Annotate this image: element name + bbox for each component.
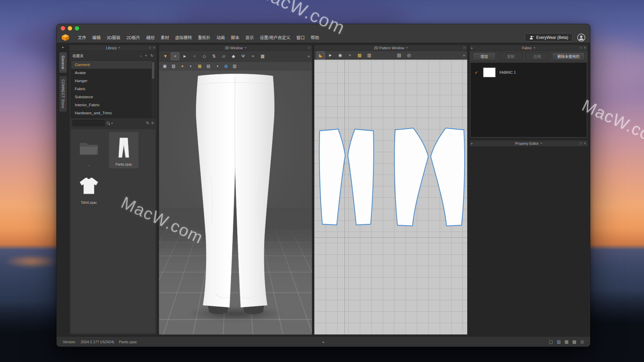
layout-target-icon[interactable]: ◎ [580,339,584,344]
refresh-icon[interactable]: ↻ [150,53,154,58]
menu-item-sewing[interactable]: 缝纫 [143,34,158,41]
sidebar-item-fabric[interactable]: Fabric [71,85,155,93]
asset-folder-icon[interactable]: ▩ [196,63,204,69]
lasso-select-tool-icon[interactable]: ○ [190,52,199,60]
menu-item-edit[interactable]: 编辑 [89,34,104,41]
pattern-piece-front-right[interactable] [348,129,374,225]
pattern-piece-back-left[interactable] [394,128,428,226]
import-icon[interactable]: ↓ [140,53,142,58]
copy-fabric-button[interactable]: 复制 [499,52,522,60]
collapse-statusbar-icon[interactable]: ▲ [322,340,325,344]
chevron-down-icon[interactable]: ▾ [541,142,542,145]
file-item-parent-folder[interactable]: .. [74,132,104,168]
toolbar-overflow-icon[interactable]: » [308,54,310,59]
account-avatar-icon[interactable] [577,34,585,42]
add-point-tool-icon[interactable]: + [345,51,354,59]
show-grid-icon[interactable]: ▥ [231,63,238,69]
menu-item-settings[interactable]: 设置/用户自定义 [257,34,293,41]
fabric-swatch[interactable] [483,67,496,77]
list-view-icon[interactable]: ≡ [151,121,154,125]
search-options-caret-icon[interactable]: ▾ [111,122,113,125]
apply-fabric-button[interactable]: 应用 [526,52,549,60]
3d-garment-pants[interactable] [195,72,276,316]
wind-tool-icon[interactable]: ≈ [249,52,257,60]
close-panel-icon[interactable]: × [584,141,586,145]
close-panel-icon[interactable]: × [584,46,586,50]
flatten-tool-icon[interactable]: ▱ [219,52,228,60]
sidebar-item-interior-fabric[interactable]: Interior_Fabric [71,101,155,109]
menu-item-avatar[interactable]: 虚拟模特 [172,34,195,41]
gizmo-orientation-icon[interactable]: ▼ [161,52,170,60]
maximize-panel-icon[interactable]: □ [464,46,466,50]
avatar-tool-icon[interactable]: ◆ [229,52,238,60]
maximize-panel-icon[interactable]: □ [308,46,310,50]
show-garment-icon[interactable]: ▣ [161,63,169,69]
select-tool-icon[interactable]: ► [180,52,189,60]
toolbar-overflow-icon[interactable]: » [463,53,465,58]
edit-pattern-tool-icon[interactable]: ► [326,51,335,59]
arrange-tool-icon[interactable]: ⇅ [210,52,218,60]
layout-quad-icon[interactable]: ▦ [565,339,569,344]
grade-tool-icon[interactable]: ▤ [395,51,404,59]
panel-arrow-icon[interactable]: ▸ [471,46,473,50]
chevron-down-icon[interactable]: ▾ [119,46,120,49]
layout-split-icon[interactable]: ▥ [557,339,561,344]
close-panel-icon[interactable]: × [153,46,155,50]
add-favorite-icon[interactable]: + [145,53,147,58]
chevron-down-icon[interactable]: ▾ [245,46,246,49]
trace-tool-icon[interactable]: ▥ [365,51,374,59]
everywear-beta-button[interactable]: EveryWear (Beta) [525,33,573,42]
menu-item-3d-garment[interactable]: 3D服装 [104,34,123,41]
menu-item-window[interactable]: 窗口 [293,34,308,41]
menu-item-help[interactable]: 帮助 [308,34,322,41]
show-avatar-icon[interactable]: ◐ [187,63,195,69]
fabric-list-item[interactable]: ✓ FABRIC 1 [471,65,586,79]
sidebar-item-garment[interactable]: Garment [71,61,155,69]
panel-expand-icon[interactable]: ▸ [62,45,64,49]
maximize-panel-icon[interactable]: □ [580,46,582,50]
sidebar-item-substance[interactable]: Substance [71,93,155,101]
maximize-panel-icon[interactable]: □ [580,141,582,145]
2d-pattern-canvas[interactable] [314,60,467,335]
zoom-window-button[interactable] [75,26,79,31]
3d-viewport[interactable] [159,70,312,335]
search-icon[interactable] [107,122,109,124]
pin-tool-icon[interactable]: Ψ [239,52,248,60]
sidebar-item-avatar[interactable]: Avatar [71,69,155,77]
transform-pattern-tool-icon[interactable]: ◣ [316,51,325,59]
measure-tool-icon[interactable]: ◎ [405,51,413,59]
menu-item-file[interactable]: 文件 [75,34,89,41]
edit-curvature-tool-icon[interactable]: ◉ [336,51,344,59]
chevron-down-icon[interactable]: ▾ [406,46,408,49]
menu-item-display[interactable]: 显示 [243,34,257,41]
menu-item-script[interactable]: 脚本 [228,34,243,41]
scrollbar-thumb[interactable] [152,62,154,79]
fabric-ball-icon[interactable]: ● [178,63,186,69]
menu-item-animation[interactable]: 动画 [214,34,228,41]
select-move-tool-icon[interactable]: + [171,52,179,60]
sewing-tool-icon[interactable]: ◇ [200,52,209,60]
show-mannequin-icon[interactable]: ◑ [213,63,221,69]
pattern-piece-back-right[interactable] [431,128,465,226]
layout-grid-icon[interactable]: ▩ [572,339,576,344]
side-tab-general[interactable]: General [59,52,67,73]
show-globe-icon[interactable]: ◍ [222,63,230,69]
side-tab-connect-store[interactable]: CONNECT Store [59,76,67,112]
sidebar-item-hanger[interactable]: Hanger [71,77,155,85]
menu-item-2d-pattern[interactable]: 2D板片 [123,34,143,41]
pattern-piece-front-left[interactable] [319,129,345,225]
menu-item-material[interactable]: 素材 [158,34,172,41]
chevron-down-icon[interactable]: ▾ [534,46,535,49]
maximize-panel-icon[interactable]: □ [149,46,151,50]
close-window-button[interactable] [61,26,65,31]
texture-folder-tool-icon[interactable]: ▩ [355,51,364,59]
show-pattern-icon[interactable]: ▨ [170,63,177,69]
show-texture-icon[interactable]: ▤ [205,63,212,69]
refresh-icon[interactable]: ↻ [146,121,149,125]
scrollbar[interactable] [152,61,155,117]
menu-item-retopology[interactable]: 重拓扑 [195,34,214,41]
search-input[interactable] [72,120,105,126]
mesh-tool-icon[interactable]: ▦ [258,52,267,60]
file-item-tshirt[interactable]: Tshirt.zpac [74,170,104,206]
sidebar-item-hardware-and-trims[interactable]: Hardware_and_Trims [71,109,155,117]
